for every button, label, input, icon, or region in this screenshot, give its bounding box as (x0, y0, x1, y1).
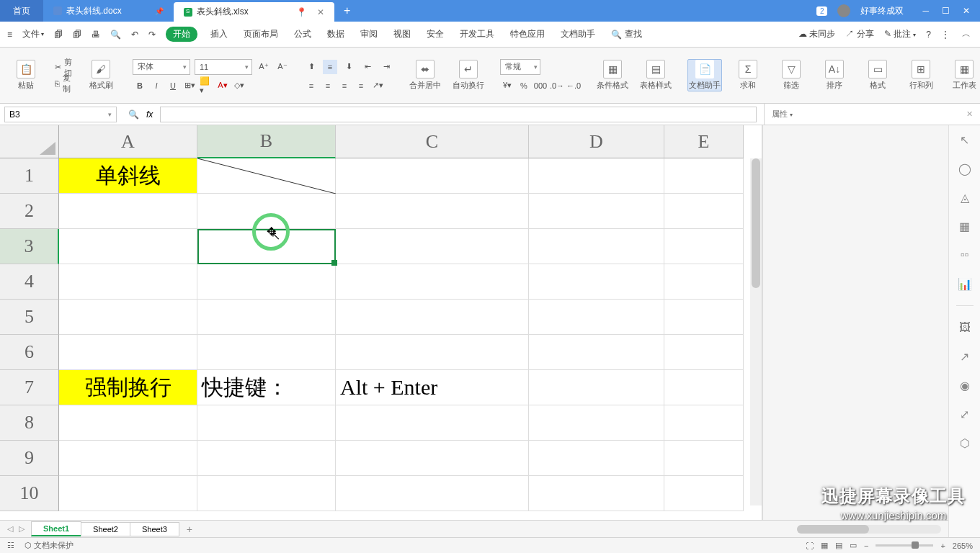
cell-A5[interactable] (59, 300, 197, 335)
conditional-format-button[interactable]: ▦条件格式 (595, 60, 630, 91)
protect-status[interactable]: ⬡ 文档未保护 (24, 540, 74, 551)
share-button[interactable]: ↗ 分享 (845, 28, 873, 40)
notification-badge[interactable]: 2 (816, 6, 828, 16)
align-left-icon[interactable]: ≡ (304, 78, 318, 93)
format-painter-button[interactable]: 🖌 格式刷 (84, 60, 118, 91)
increase-font-icon[interactable]: A⁺ (257, 60, 271, 74)
name-box[interactable]: B3 (4, 107, 117, 122)
cell-D6[interactable] (529, 335, 664, 370)
spreadsheet-grid[interactable]: ABCDE 12345678910 强制换行快捷键：Alt + Enter单斜线… (0, 125, 762, 520)
zoom-out-icon[interactable]: − (864, 541, 868, 550)
expand-tool-icon[interactable]: ⤢ (958, 407, 972, 421)
sheet-tab-1[interactable]: Sheet1 (31, 521, 81, 536)
tab-formula[interactable]: 公式 (294, 28, 311, 40)
row-header-2[interactable]: 2 (0, 194, 59, 229)
cell-C8[interactable] (336, 405, 529, 441)
bold-button[interactable]: B (133, 78, 147, 93)
row-header-7[interactable]: 7 (0, 370, 59, 405)
cell-C7[interactable]: Alt + Enter (336, 370, 529, 405)
cell-E1[interactable] (664, 158, 744, 194)
row-header-10[interactable]: 10 (0, 476, 59, 511)
minimize-icon[interactable]: ─ (922, 6, 929, 16)
align-center-icon[interactable]: ≡ (321, 78, 335, 93)
column-header-E[interactable]: E (664, 125, 744, 158)
shield-tool-icon[interactable]: ⬡ (958, 436, 972, 450)
align-middle-icon[interactable]: ≡ (323, 60, 337, 74)
cell-B2[interactable] (197, 194, 336, 229)
zoom-icon[interactable]: 🔍 (128, 109, 139, 120)
tab-insert[interactable]: 插入 (210, 28, 228, 40)
row-header-4[interactable]: 4 (0, 264, 59, 300)
zoom-slider[interactable] (876, 544, 933, 547)
inc-decimal-icon[interactable]: .0→ (550, 78, 564, 93)
percent-icon[interactable]: % (517, 78, 531, 93)
italic-button[interactable]: I (149, 78, 164, 93)
fill-color-button[interactable]: 🟨▾ (199, 78, 213, 93)
cell-A8[interactable] (59, 405, 197, 441)
cell-C5[interactable] (336, 300, 529, 335)
align-justify-icon[interactable]: ≡ (354, 78, 368, 93)
tab-doc-helper[interactable]: 文档助手 (561, 28, 595, 40)
cell-A1[interactable]: 单斜线 (59, 158, 197, 194)
hscroll-thumb[interactable] (797, 525, 869, 534)
user-avatar[interactable] (837, 4, 850, 17)
sheet-tab-3[interactable]: Sheet3 (130, 522, 179, 536)
scrollbar-thumb[interactable] (752, 158, 760, 288)
cell-B5[interactable] (197, 300, 336, 335)
clear-format-button[interactable]: ◇▾ (232, 78, 246, 93)
start-tab[interactable]: 开始 (166, 27, 197, 42)
orientation-icon[interactable]: ↗▾ (370, 78, 385, 93)
filter-button[interactable]: ▽筛选 (774, 60, 808, 91)
cell-B9[interactable] (197, 441, 336, 476)
align-top-icon[interactable]: ⬆ (304, 60, 318, 74)
cell-E10[interactable] (664, 476, 744, 511)
cell-D3[interactable] (529, 229, 664, 264)
cell-C3[interactable] (336, 229, 529, 264)
dec-decimal-icon[interactable]: ←.0 (566, 78, 581, 93)
document-tab-xlsx[interactable]: S 表头斜线.xlsx 📍 ✕ (174, 2, 334, 22)
tab-page-layout[interactable]: 页面布局 (244, 28, 278, 40)
cell-D7[interactable] (529, 370, 664, 405)
zoom-level[interactable]: 265% (953, 541, 973, 550)
tab-security[interactable]: 安全 (427, 28, 444, 40)
vertical-scrollbar[interactable] (750, 158, 762, 505)
annotate-button[interactable]: ✎ 批注 ▾ (884, 28, 917, 40)
cell-C4[interactable] (336, 264, 529, 300)
sheet-nav-first-icon[interactable]: ◁ (7, 524, 13, 534)
view-normal-icon[interactable]: ⛶ (806, 541, 814, 550)
app-menu-icon[interactable]: ≡ (7, 30, 12, 40)
cell-E6[interactable] (664, 335, 744, 370)
merge-center-button[interactable]: ⬌ 合并居中 (408, 60, 442, 91)
font-size-select[interactable]: 11 (195, 59, 252, 75)
align-right-icon[interactable]: ≡ (337, 78, 352, 93)
tab-pin-icon[interactable]: 📌 (155, 7, 164, 15)
worksheet-button[interactable]: ▦工作表 (947, 60, 980, 91)
more-icon[interactable]: ⋮ (941, 30, 950, 40)
tab-view[interactable]: 视图 (393, 28, 411, 40)
sheet-tab-2[interactable]: Sheet2 (81, 522, 130, 536)
collapse-ribbon-icon[interactable]: ︿ (960, 28, 973, 41)
cell-D9[interactable] (529, 441, 664, 476)
cell-A7[interactable]: 强制换行 (59, 370, 197, 405)
print-icon[interactable]: 🖶 (92, 30, 100, 40)
cell-B8[interactable] (197, 405, 336, 441)
column-header-B[interactable]: B (197, 125, 336, 158)
cell-E9[interactable] (664, 441, 744, 476)
tab-review[interactable]: 审阅 (360, 28, 378, 40)
column-header-C[interactable]: C (336, 125, 529, 158)
close-icon[interactable]: ✕ (963, 6, 970, 16)
underline-button[interactable]: U (166, 78, 180, 93)
help-icon[interactable]: ? (926, 30, 931, 40)
cell-B3[interactable] (197, 229, 336, 264)
thousands-icon[interactable]: 000 (533, 78, 548, 93)
export-tool-icon[interactable]: ↗ (958, 349, 972, 364)
zoom-thumb[interactable] (912, 541, 919, 549)
sheet-nav-prev-icon[interactable]: ▷ (19, 524, 24, 534)
tab-pin-icon[interactable]: 📍 (296, 7, 307, 17)
file-menu[interactable]: 文件 ▾ (22, 28, 44, 40)
number-format-select[interactable]: 常规 (500, 59, 540, 75)
row-header-3[interactable]: 3 (0, 229, 59, 264)
style-tool-icon[interactable]: ◬ (958, 190, 972, 204)
font-family-select[interactable]: 宋体 (133, 59, 190, 75)
row-header-1[interactable]: 1 (0, 158, 59, 194)
